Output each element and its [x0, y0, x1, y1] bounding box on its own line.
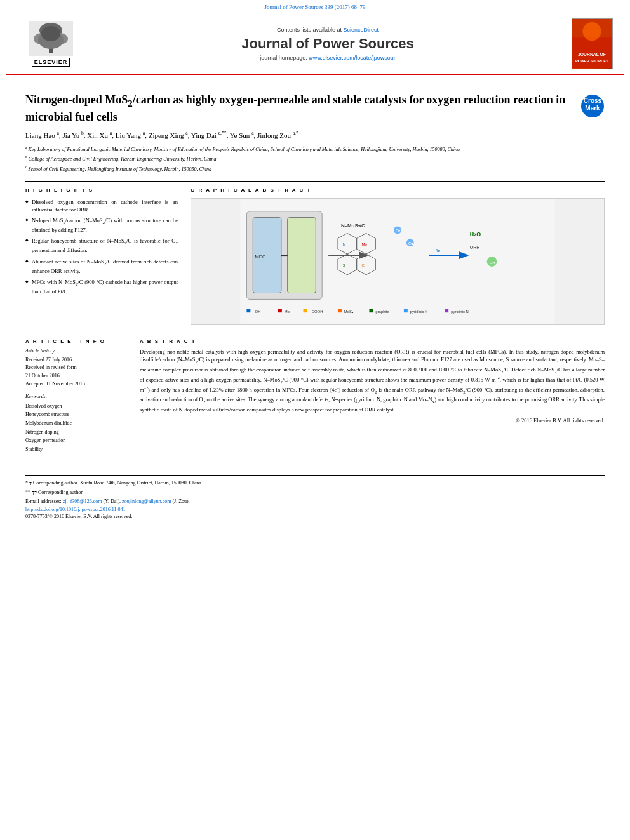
keywords-list: Dissolved oxygen Honeycomb structure Mol… — [25, 402, 127, 454]
svg-rect-43 — [278, 309, 282, 312]
article-info-col: A R T I C L E I N F O Article history: R… — [25, 338, 127, 454]
svg-text:–OH: –OH — [253, 310, 260, 314]
emails-label: E-mail addresses: — [25, 498, 62, 504]
svg-text:pyridinic N: pyridinic N — [451, 310, 469, 314]
highlight-item-4: Abundant active sites of N–MoS2/C derive… — [25, 258, 178, 275]
svg-text:S: S — [343, 263, 345, 267]
article-content: Nitrogen-doped MoS2/carbon as highly oxy… — [0, 75, 630, 475]
article-info-heading: A R T I C L E I N F O — [25, 338, 127, 344]
svg-point-9 — [582, 22, 601, 41]
svg-text:OH⁻: OH⁻ — [490, 261, 497, 265]
homepage-url[interactable]: www.elsevier.com/locate/jpowsour — [309, 55, 396, 61]
svg-text:N: N — [343, 243, 345, 246]
abstract-heading: A B S T R A C T — [140, 338, 605, 344]
svg-text:Mo: Mo — [285, 310, 290, 314]
graphical-abstract-heading: G R A P H I C A L A B S T R A C T — [191, 187, 605, 193]
keywords-label: Keywords: — [25, 394, 127, 399]
elsevier-logo: ELSEVIER — [29, 21, 73, 67]
svg-rect-41 — [246, 309, 250, 312]
sciencedirect-line: Contents lists available at ScienceDirec… — [95, 27, 560, 33]
svg-rect-53 — [445, 309, 448, 312]
corresponding2-text: ⁊⁊ Corresponding author. — [32, 490, 84, 495]
corresponding-1: * ⁊ Corresponding author. Xuefu Road 74t… — [25, 479, 605, 487]
crossmark-logo: Cross Mark — [580, 94, 605, 118]
email1[interactable]: zjl_f308@126.com — [63, 498, 102, 504]
svg-text:Mo: Mo — [362, 243, 368, 246]
article-title-block: Nitrogen-doped MoS2/carbon as highly oxy… — [25, 93, 605, 124]
highlight-text-2: N-doped MoS2/carbon (N–MoS2/C) with poro… — [32, 217, 178, 233]
history-label: Article history: — [25, 348, 127, 354]
elsevier-label: ELSEVIER — [32, 58, 70, 67]
emails-line: E-mail addresses: zjl_f308@126.com (Y. D… — [25, 498, 605, 504]
keywords-section: Keywords: Dissolved oxygen Honeycomb str… — [25, 394, 127, 454]
svg-text:O₂: O₂ — [408, 241, 413, 246]
svg-text:ORR: ORR — [470, 245, 479, 250]
highlight-item-2: N-doped MoS2/carbon (N–MoS2/C) with poro… — [25, 217, 178, 234]
accepted-date: Accepted 11 November 2016 — [25, 380, 127, 389]
corresponding1-text: ⁊ Corresponding author. Xuefu Road 74th,… — [29, 480, 203, 486]
citation-text: Journal of Power Sources 339 (2017) 68–7… — [265, 4, 366, 10]
highlight-text-4: Abundant active sites of N–MoS2/C derive… — [32, 258, 178, 274]
svg-text:pyridinic N: pyridinic N — [410, 310, 428, 314]
corresponding-2: ** ⁊⁊ Corresponding author. — [25, 489, 605, 497]
svg-rect-47 — [338, 309, 342, 312]
svg-text:O₂: O₂ — [396, 229, 401, 233]
svg-text:MoS₂: MoS₂ — [344, 310, 354, 314]
highlight-item-1: Dissolved oxygen concentration on cathod… — [25, 198, 178, 214]
highlights-col: H I G H L I G H T S Dissolved oxygen con… — [25, 187, 178, 325]
keyword-3: Molybdenum disulfide — [25, 419, 127, 428]
keyword-6: Stability — [25, 445, 127, 454]
revised-date: 21 October 2016 — [25, 372, 127, 380]
sciencedirect-link[interactable]: ScienceDirect — [344, 27, 379, 33]
top-citation-bar: Journal of Power Sources 339 (2017) 68–7… — [0, 0, 630, 13]
affiliations-block: a Key Laboratory of Functional Inorganic… — [25, 145, 605, 173]
svg-point-6 — [41, 26, 60, 41]
header-center: Contents lists available at ScienceDirec… — [89, 18, 566, 69]
homepage-line: journal homepage: www.elsevier.com/locat… — [95, 55, 560, 61]
received-date: Received 27 July 2016 — [25, 356, 127, 364]
keyword-5: Oxygen permeation — [25, 436, 127, 445]
svg-text:H₂O: H₂O — [470, 231, 481, 237]
doi-link[interactable]: http://dx.doi.org/10.1016/j.jpowsour.201… — [25, 507, 605, 512]
affil-c: c School of Civil Engineering, Heilongji… — [25, 164, 605, 173]
info-dates: Received 27 July 2016 Received in revise… — [25, 356, 127, 389]
journal-cover-image: JOURNAL OF POWER SOURCES — [572, 18, 613, 69]
affil-c-text: c School of Civil Engineering, Heilongji… — [25, 164, 211, 173]
homepage-prefix: journal homepage: — [260, 55, 307, 61]
svg-text:MFC: MFC — [255, 254, 265, 260]
highlights-heading: H I G H L I G H T S — [25, 187, 178, 193]
authors-line: Liang Hao a, Jia Yu b, Xin Xu a, Liu Yan… — [25, 130, 605, 140]
title-divider — [25, 181, 605, 182]
graphical-abstract-image: MFC N–MoS₂/C — [191, 198, 605, 325]
header-right: JOURNAL OF POWER SOURCES — [566, 18, 617, 69]
footer: * ⁊ Corresponding author. Xuefu Road 74t… — [25, 475, 605, 519]
svg-text:graphite: graphite — [375, 310, 389, 314]
svg-rect-49 — [369, 309, 373, 312]
highlight-text-5: MFCs with N–MoS2/C (900 °C) cathode has … — [32, 279, 178, 295]
svg-text:N–MoS₂/C: N–MoS₂/C — [341, 222, 365, 228]
affil-a: a Key Laboratory of Functional Inorganic… — [25, 145, 605, 154]
elsevier-tree-icon — [29, 21, 73, 56]
affil-a-text: a Key Laboratory of Functional Inorganic… — [25, 145, 460, 154]
header-left: ELSEVIER — [13, 18, 89, 69]
contents-prefix: Contents lists available at — [277, 27, 342, 33]
highlight-item-3: Regular honeycomb structure of N–MoS2/C … — [25, 237, 178, 254]
page: Journal of Power Sources 339 (2017) 68–7… — [0, 0, 630, 840]
highlight-text-1: Dissolved oxygen concentration on cathod… — [32, 199, 178, 213]
journal-header: ELSEVIER Contents lists available at Sci… — [6, 13, 624, 75]
email1-name: (Y. Dai), — [103, 498, 121, 504]
highlight-text-3: Regular honeycomb structure of N–MoS2/C … — [32, 237, 178, 253]
section-divider-1 — [25, 333, 605, 333]
email2[interactable]: zoujinlong@aliyun.com — [122, 498, 171, 504]
graphical-abstract-col: G R A P H I C A L A B S T R A C T MFC — [191, 187, 605, 325]
svg-text:JOURNAL OF: JOURNAL OF — [578, 52, 606, 57]
info-abstract-section: A R T I C L E I N F O Article history: R… — [25, 338, 605, 454]
svg-text:–COOH: –COOH — [309, 310, 323, 314]
journal-title: Journal of Power Sources — [95, 36, 560, 52]
svg-rect-18 — [288, 217, 316, 293]
keyword-1: Dissolved oxygen — [25, 402, 127, 411]
svg-text:Mark: Mark — [585, 105, 600, 112]
affil-b: b College of Aerospace and Civil Enginee… — [25, 154, 605, 163]
keyword-4: Nitrogen doping — [25, 428, 127, 437]
svg-rect-45 — [304, 309, 307, 312]
